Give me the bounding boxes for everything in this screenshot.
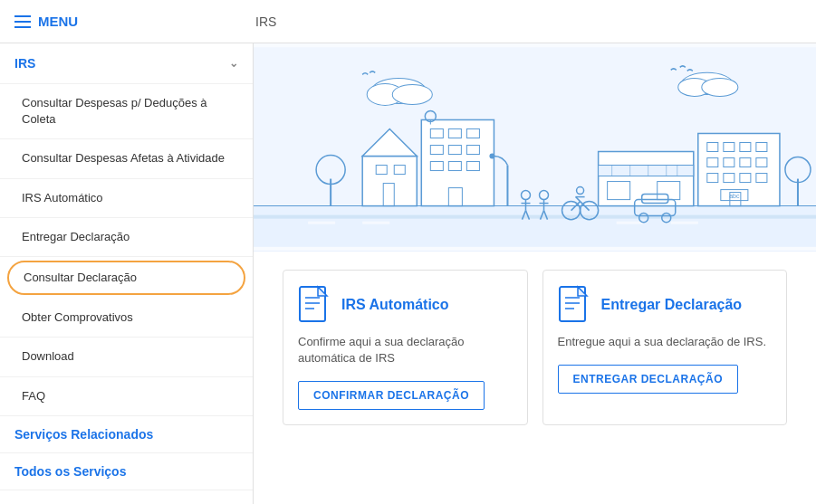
sidebar-item-obter-comprovativos[interactable]: Obter Comprovativos [0,299,253,338]
irs-automatico-card: IRS Automático Confirme aqui a sua decla… [283,270,528,425]
svg-point-6 [702,78,738,96]
sidebar-item-download[interactable]: Download [0,338,253,376]
sidebar-irs-section: IRS ⌄ Consultar Despesas p/ Deduções à C… [0,43,253,416]
page-title: IRS [241,14,276,29]
sidebar-item-entregar-declaracao[interactable]: Entregar Declaração [0,218,253,257]
sidebar: IRS ⌄ Consultar Despesas p/ Deduções à C… [0,43,254,504]
card-header-entregar-declaracao: Entregar Declaração [558,285,773,325]
header: MENU IRS [0,0,816,43]
sidebar-item-consultar-despesas-atividade[interactable]: Consultar Despesas Afetas à Atividade [0,139,253,178]
irs-automatico-desc: Confirme aqui a sua declaração automátic… [298,334,513,366]
sidebar-item-todos-servicos[interactable]: Todos os Serviços [0,453,253,490]
svg-rect-13 [671,222,698,224]
svg-point-83 [489,154,494,159]
entregar-declaracao-button[interactable]: ENTREGAR DECLARAÇÃO [558,365,739,394]
document-icon [298,285,331,325]
svg-rect-27 [362,157,417,206]
entregar-declaracao-card-title: Entregar Declaração [601,297,743,313]
svg-rect-48 [599,152,694,206]
content-area: abc [254,43,816,504]
irs-automatico-title: IRS Automático [341,297,449,313]
svg-rect-11 [362,222,389,224]
svg-rect-7 [254,206,816,247]
sidebar-irs-label: IRS [14,56,35,71]
confirmar-declaracao-button[interactable]: CONFIRMAR DECLARAÇÃO [298,381,485,410]
chevron-down-icon: ⌄ [229,57,238,70]
submit-document-icon [558,285,590,325]
city-illustration-svg: abc [254,43,816,251]
entregar-declaracao-desc: Entregue aqui a sua declaração de IRS. [558,334,773,350]
svg-rect-12 [617,222,644,224]
svg-rect-9 [254,215,816,219]
sidebar-item-irs-automatico[interactable]: IRS Automático [0,179,253,218]
sidebar-item-consultar-declaracao[interactable]: Consultar Declaração [7,261,245,295]
cards-section: IRS Automático Confirme aqui a sua decla… [254,252,816,443]
hero-illustration: abc [254,43,816,252]
svg-rect-49 [599,166,694,176]
menu-label: MENU [38,14,78,29]
svg-text:abc: abc [729,193,740,199]
menu-button[interactable]: MENU [14,14,241,29]
sidebar-item-irs[interactable]: IRS ⌄ [0,43,253,84]
hamburger-icon [14,15,31,28]
entregar-declaracao-card: Entregar Declaração Entregue aqui a sua … [542,270,788,425]
sidebar-item-consultar-despesas-coleta[interactable]: Consultar Despesas p/ Deduções à Coleta [0,84,253,139]
svg-point-3 [392,84,432,104]
sidebar-item-faq[interactable]: FAQ [0,377,253,416]
card-header-irs-automatico: IRS Automático [298,285,513,325]
svg-rect-14 [421,119,494,205]
sidebar-item-servicos-relacionados[interactable]: Serviços Relacionados [0,416,253,453]
main-layout: IRS ⌄ Consultar Despesas p/ Deduções à C… [0,43,816,504]
svg-rect-10 [308,222,335,224]
